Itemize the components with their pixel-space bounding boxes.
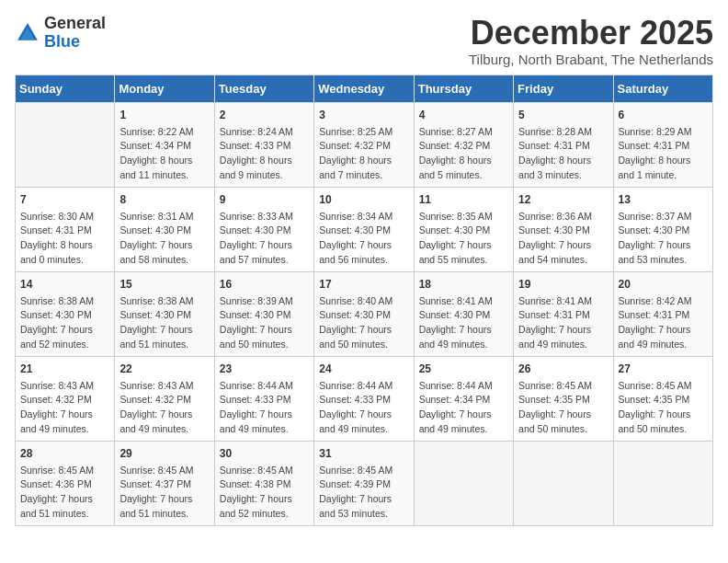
day-number: 31 [319,445,408,462]
day-info: Sunrise: 8:45 AMSunset: 4:35 PMDaylight:… [619,379,708,437]
day-number: 29 [119,445,209,462]
day-number: 26 [518,361,608,377]
calendar-table: SundayMondayTuesdayWednesdayThursdayFrid… [15,75,713,526]
day-number: 19 [518,276,608,293]
weekday-header-tuesday: Tuesday [214,75,313,102]
logo-text: General Blue [44,15,106,52]
month-title: December 2025 [469,15,713,52]
day-info: Sunrise: 8:45 AMSunset: 4:39 PMDaylight:… [319,464,408,522]
calendar-cell: 22Sunrise: 8:43 AMSunset: 4:32 PMDayligh… [115,356,214,441]
day-info: Sunrise: 8:41 AMSunset: 4:31 PMDaylight:… [518,294,608,352]
day-info: Sunrise: 8:35 AMSunset: 4:30 PMDaylight:… [419,210,508,268]
day-number: 6 [619,107,708,123]
calendar-cell: 15Sunrise: 8:38 AMSunset: 4:30 PMDayligh… [115,271,214,356]
calendar-week-5: 28Sunrise: 8:45 AMSunset: 4:36 PMDayligh… [16,441,713,525]
calendar-cell: 13Sunrise: 8:37 AMSunset: 4:30 PMDayligh… [613,187,712,271]
calendar-cell: 11Sunrise: 8:35 AMSunset: 4:30 PMDayligh… [414,187,513,271]
day-number: 30 [220,445,309,462]
calendar-cell: 4Sunrise: 8:27 AMSunset: 4:32 PMDaylight… [414,102,513,187]
day-number: 18 [419,276,508,293]
day-info: Sunrise: 8:39 AMSunset: 4:30 PMDaylight:… [220,294,309,352]
day-info: Sunrise: 8:22 AMSunset: 4:34 PMDaylight:… [119,125,209,183]
day-number: 21 [20,361,109,377]
logo-icon [15,20,40,46]
day-info: Sunrise: 8:43 AMSunset: 4:32 PMDaylight:… [20,379,109,437]
day-info: Sunrise: 8:25 AMSunset: 4:32 PMDaylight:… [319,125,408,183]
weekday-header-thursday: Thursday [414,75,513,102]
day-number: 2 [220,107,309,123]
day-info: Sunrise: 8:37 AMSunset: 4:30 PMDaylight:… [619,210,708,268]
calendar-cell [514,441,613,525]
calendar-cell: 17Sunrise: 8:40 AMSunset: 4:30 PMDayligh… [314,271,414,356]
day-number: 16 [220,276,309,293]
day-info: Sunrise: 8:36 AMSunset: 4:30 PMDaylight:… [518,210,608,268]
calendar-cell: 16Sunrise: 8:39 AMSunset: 4:30 PMDayligh… [214,271,313,356]
title-block: December 2025 Tilburg, North Brabant, Th… [469,15,713,67]
day-info: Sunrise: 8:44 AMSunset: 4:34 PMDaylight:… [419,379,508,437]
day-number: 12 [518,191,608,208]
calendar-cell: 5Sunrise: 8:28 AMSunset: 4:31 PMDaylight… [514,102,613,187]
weekday-header-saturday: Saturday [613,75,712,102]
calendar-cell: 2Sunrise: 8:24 AMSunset: 4:33 PMDaylight… [214,102,313,187]
day-number: 5 [518,107,608,123]
calendar-cell: 21Sunrise: 8:43 AMSunset: 4:32 PMDayligh… [16,356,115,441]
day-number: 15 [119,276,209,293]
location: Tilburg, North Brabant, The Netherlands [469,52,713,67]
calendar-cell: 31Sunrise: 8:45 AMSunset: 4:39 PMDayligh… [314,441,414,525]
calendar-cell: 14Sunrise: 8:38 AMSunset: 4:30 PMDayligh… [16,271,115,356]
calendar-week-1: 1Sunrise: 8:22 AMSunset: 4:34 PMDaylight… [16,102,713,187]
calendar-cell: 28Sunrise: 8:45 AMSunset: 4:36 PMDayligh… [16,441,115,525]
calendar-cell: 6Sunrise: 8:29 AMSunset: 4:31 PMDaylight… [613,102,712,187]
calendar-cell: 19Sunrise: 8:41 AMSunset: 4:31 PMDayligh… [514,271,613,356]
day-info: Sunrise: 8:44 AMSunset: 4:33 PMDaylight:… [319,379,408,437]
calendar-week-4: 21Sunrise: 8:43 AMSunset: 4:32 PMDayligh… [16,356,713,441]
calendar-cell: 8Sunrise: 8:31 AMSunset: 4:30 PMDaylight… [115,187,214,271]
day-number: 25 [419,361,508,377]
calendar-cell: 7Sunrise: 8:30 AMSunset: 4:31 PMDaylight… [16,187,115,271]
day-info: Sunrise: 8:42 AMSunset: 4:31 PMDaylight:… [619,294,708,352]
calendar-cell: 24Sunrise: 8:44 AMSunset: 4:33 PMDayligh… [314,356,414,441]
calendar-header: SundayMondayTuesdayWednesdayThursdayFrid… [16,75,713,102]
day-info: Sunrise: 8:34 AMSunset: 4:30 PMDaylight:… [319,210,408,268]
day-number: 23 [220,361,309,377]
day-info: Sunrise: 8:24 AMSunset: 4:33 PMDaylight:… [220,125,309,183]
day-number: 7 [20,191,109,208]
day-number: 28 [20,445,109,462]
weekday-header-friday: Friday [514,75,613,102]
day-number: 13 [619,191,708,208]
calendar-cell: 27Sunrise: 8:45 AMSunset: 4:35 PMDayligh… [613,356,712,441]
day-info: Sunrise: 8:45 AMSunset: 4:35 PMDaylight:… [518,379,608,437]
calendar-cell: 23Sunrise: 8:44 AMSunset: 4:33 PMDayligh… [214,356,313,441]
day-info: Sunrise: 8:28 AMSunset: 4:31 PMDaylight:… [518,125,608,183]
weekday-header-wednesday: Wednesday [314,75,414,102]
day-number: 4 [419,107,508,123]
calendar-cell [16,102,115,187]
weekday-header-monday: Monday [115,75,214,102]
day-info: Sunrise: 8:43 AMSunset: 4:32 PMDaylight:… [119,379,209,437]
calendar-cell: 30Sunrise: 8:45 AMSunset: 4:38 PMDayligh… [214,441,313,525]
day-info: Sunrise: 8:40 AMSunset: 4:30 PMDaylight:… [319,294,408,352]
calendar-cell [414,441,513,525]
calendar-cell: 18Sunrise: 8:41 AMSunset: 4:30 PMDayligh… [414,271,513,356]
day-info: Sunrise: 8:45 AMSunset: 4:37 PMDaylight:… [119,464,209,522]
day-number: 9 [220,191,309,208]
calendar-cell: 29Sunrise: 8:45 AMSunset: 4:37 PMDayligh… [115,441,214,525]
calendar-cell: 3Sunrise: 8:25 AMSunset: 4:32 PMDaylight… [314,102,414,187]
calendar-week-3: 14Sunrise: 8:38 AMSunset: 4:30 PMDayligh… [16,271,713,356]
day-info: Sunrise: 8:45 AMSunset: 4:38 PMDaylight:… [220,464,309,522]
day-number: 10 [319,191,408,208]
day-info: Sunrise: 8:33 AMSunset: 4:30 PMDaylight:… [220,210,309,268]
weekday-header-sunday: Sunday [16,75,115,102]
day-number: 24 [319,361,408,377]
day-number: 11 [419,191,508,208]
calendar-cell: 1Sunrise: 8:22 AMSunset: 4:34 PMDaylight… [115,102,214,187]
day-number: 3 [319,107,408,123]
calendar-cell: 20Sunrise: 8:42 AMSunset: 4:31 PMDayligh… [613,271,712,356]
day-number: 8 [119,191,209,208]
day-info: Sunrise: 8:45 AMSunset: 4:36 PMDaylight:… [20,464,109,522]
day-info: Sunrise: 8:38 AMSunset: 4:30 PMDaylight:… [119,294,209,352]
day-info: Sunrise: 8:38 AMSunset: 4:30 PMDaylight:… [20,294,109,352]
day-number: 14 [20,276,109,293]
day-info: Sunrise: 8:30 AMSunset: 4:31 PMDaylight:… [20,210,109,268]
calendar-cell: 10Sunrise: 8:34 AMSunset: 4:30 PMDayligh… [314,187,414,271]
